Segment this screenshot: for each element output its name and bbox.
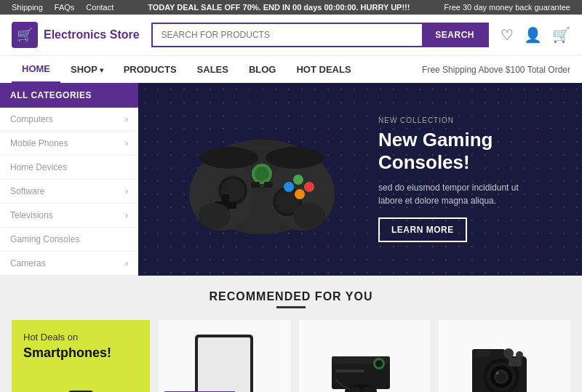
sidebar-header: ALL CATEGORIES: [0, 83, 138, 108]
svg-point-33: [375, 360, 383, 367]
svg-point-4: [266, 147, 324, 169]
product-grid: Hot Deals on Smartphones!: [12, 320, 570, 392]
sidebar-item-cameras[interactable]: Cameras ›: [0, 252, 138, 276]
controller-image: [167, 107, 356, 252]
nav-products[interactable]: PRODUCTS: [113, 57, 187, 82]
nav-sales[interactable]: SALES: [187, 57, 239, 82]
promo-phone-image: [23, 369, 138, 392]
sidebar-label: Mobile Phones: [10, 138, 68, 148]
sidebar-item-software[interactable]: Software ›: [0, 180, 138, 204]
top-bar: Shipping FAQs Contact TODAY DEAL SALE OF…: [0, 0, 582, 15]
camera-image-area: [439, 320, 570, 392]
svg-point-16: [255, 167, 269, 181]
account-icon[interactable]: 👤: [524, 26, 542, 44]
svg-rect-17: [251, 182, 260, 188]
sidebar-label: Gaming Consoles: [10, 234, 79, 244]
sidebar-label: Software: [10, 186, 44, 196]
navigation: HOME SHOP PRODUCTS SALES BLOG HOT DEALS …: [0, 55, 582, 83]
shipping-link[interactable]: Shipping: [12, 3, 43, 12]
promo-card: Hot Deals on Smartphones!: [12, 320, 150, 392]
search-input[interactable]: [153, 24, 423, 46]
sidebar-label: Cameras: [10, 258, 46, 268]
main-area: ALL CATEGORIES Computers › Mobile Phones…: [0, 83, 582, 276]
svg-rect-34: [335, 369, 364, 372]
svg-rect-18: [264, 182, 273, 188]
header-icons: ♡ 👤 🛒: [501, 26, 570, 44]
nav-blog[interactable]: BLOG: [239, 57, 287, 82]
svg-rect-28: [198, 337, 250, 392]
svg-point-46: [496, 372, 499, 375]
sidebar-item-home-devices[interactable]: Home Devices: [0, 156, 138, 180]
xbox-image-area: [299, 320, 431, 392]
promo-title: Smartphones!: [23, 345, 138, 361]
svg-point-12: [304, 182, 314, 192]
svg-point-13: [284, 182, 294, 192]
free-shipping-note: Free Shipping Above $100 Total Order: [422, 65, 582, 75]
chevron-right-icon: ›: [125, 258, 128, 268]
chevron-right-icon: ›: [125, 210, 128, 220]
svg-point-11: [293, 175, 303, 185]
svg-point-47: [516, 351, 523, 359]
tablet-image-area: ♡ ADD TO WISHLIST 🛒 👁: [159, 320, 290, 392]
deal-banner: TODAY DEAL SALE OFF 70%. END IN 00 days …: [148, 3, 410, 12]
logo-icon: 🛒: [12, 22, 38, 48]
product-card-xbox: Xbox Xbox Series One - 1TB: [299, 320, 431, 392]
logo-text: Electronics Store: [44, 28, 140, 41]
cart-icon[interactable]: 🛒: [552, 26, 570, 44]
recommended-divider: [276, 306, 306, 308]
svg-rect-49: [509, 358, 522, 367]
product-card-camera: Canon 3000D DSLR Camera, 18-55mm Lens: [439, 320, 570, 392]
money-back-text: Free 30 day money back guarantee: [444, 3, 570, 12]
hero-title: New GamingConsoles!: [378, 129, 524, 174]
sidebar-item-gaming-consoles[interactable]: Gaming Consoles: [0, 228, 138, 252]
svg-point-20: [293, 203, 325, 229]
nav-shop[interactable]: SHOP: [60, 57, 113, 82]
nav-hot-deals[interactable]: HOT DEALS: [286, 57, 361, 82]
svg-point-14: [295, 189, 305, 199]
header: 🛒 Electronics Store SEARCH ♡ 👤 🛒: [0, 15, 582, 55]
recommended-title: RECOMMENDED FOR YOU: [12, 290, 570, 303]
sidebar-item-mobile-phones[interactable]: Mobile Phones ›: [0, 132, 138, 156]
sidebar-item-televisions[interactable]: Televisions ›: [0, 204, 138, 228]
sidebar-label: Computers: [10, 114, 53, 124]
chevron-right-icon: ›: [125, 186, 128, 196]
search-bar: SEARCH: [151, 23, 489, 47]
search-button[interactable]: SEARCH: [422, 24, 487, 46]
nav-home[interactable]: HOME: [12, 56, 60, 83]
contact-link[interactable]: Contact: [86, 3, 113, 12]
sidebar-label: Televisions: [10, 210, 53, 220]
faqs-link[interactable]: FAQs: [55, 3, 75, 12]
product-card-tablet: ♡ ADD TO WISHLIST 🛒 👁 Real Tab Real Tab …: [159, 320, 290, 392]
sidebar-label: Home Devices: [10, 162, 67, 172]
hero-description: sed do eiusmod tempor incididunt ut labo…: [378, 181, 524, 207]
wishlist-icon[interactable]: ♡: [501, 26, 514, 44]
hero-subtitle: NEW COLLECTION: [378, 116, 524, 124]
logo[interactable]: 🛒 Electronics Store: [12, 22, 140, 48]
promo-label: Hot Deals on: [23, 332, 138, 343]
chevron-right-icon: ›: [125, 138, 128, 148]
hero-text: NEW COLLECTION New GamingConsoles! sed d…: [378, 116, 524, 242]
sidebar-item-computers[interactable]: Computers ›: [0, 108, 138, 132]
learn-more-button[interactable]: LEARN MORE: [378, 217, 467, 242]
recommended-section: RECOMMENDED FOR YOU Hot Deals on Smartph…: [0, 276, 582, 392]
nav-items: HOME SHOP PRODUCTS SALES BLOG HOT DEALS: [12, 56, 362, 83]
svg-point-3: [200, 147, 258, 169]
svg-point-19: [199, 203, 231, 229]
chevron-right-icon: ›: [125, 114, 128, 124]
svg-point-48: [503, 348, 514, 359]
svg-rect-40: [476, 351, 490, 356]
sidebar: ALL CATEGORIES Computers › Mobile Phones…: [0, 83, 138, 276]
hero-banner: NEW COLLECTION New GamingConsoles! sed d…: [138, 83, 582, 276]
top-bar-left: Shipping FAQs Contact: [12, 3, 113, 12]
